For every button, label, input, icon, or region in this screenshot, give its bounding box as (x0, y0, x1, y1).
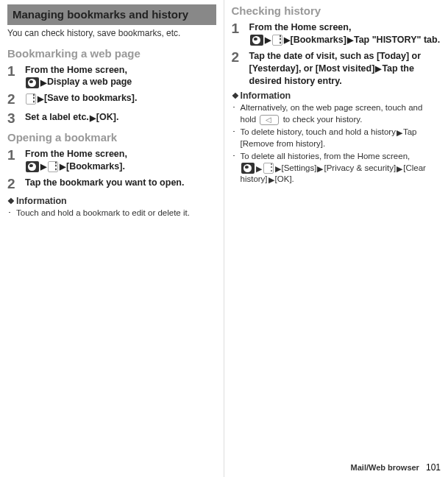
info-title: Information (16, 196, 67, 206)
bullet-text: Alternatively, on the web page screen, t… (241, 102, 441, 125)
info-heading: ❖Information (7, 196, 216, 206)
browser-icon (250, 35, 263, 46)
step-text: Tap the date of visit, such as [Today] o… (249, 50, 441, 88)
arrow-icon: ▶ (269, 174, 274, 186)
step-row: 1 From the Home screen, ▶▶[Bookmarks]. (7, 148, 216, 173)
step-fragment: [Bookmarks] (291, 35, 346, 45)
section-header: Managing bookmarks and history (7, 4, 216, 25)
subheading-checking: Checking history (232, 4, 441, 17)
step-text: From the Home screen, ▶▶[Bookmarks]. (25, 148, 216, 173)
arrow-icon: ▶ (397, 127, 402, 138)
page-footer: Mail/Web browser 101 (351, 462, 441, 473)
bullet-fragment: To delete all histories, from the Home s… (241, 152, 410, 160)
arrow-icon: ▶ (397, 163, 402, 174)
step-fragment: [Bookmarks]. (66, 161, 125, 172)
step-number: 1 (7, 64, 25, 89)
arrow-icon: ▶ (40, 77, 46, 88)
step-number: 1 (7, 148, 25, 173)
step-row: 2 Tap the date of visit, such as [Today]… (232, 50, 441, 88)
menu-icon (272, 35, 282, 46)
bullet-fragment: to check your history. (280, 115, 362, 124)
bullet-item: ･ Alternatively, on the web page screen,… (232, 102, 441, 125)
step-fragment: From the Home screen, (25, 149, 127, 159)
step-text: From the Home screen, ▶Display a web pag… (25, 64, 216, 89)
arrow-icon: ▶ (265, 35, 271, 46)
bullet-fragment: [OK]. (275, 174, 294, 183)
menu-icon (26, 93, 36, 105)
back-key-icon (260, 115, 279, 125)
step-fragment: From the Home screen, (25, 65, 127, 75)
arrow-icon: ▶ (375, 63, 381, 74)
info-title: Information (241, 91, 291, 101)
step-fragment: [OK]. (96, 112, 119, 122)
step-row: 3 Set a label etc.▶[OK]. (7, 111, 216, 127)
step-text: Set a label etc.▶[OK]. (25, 111, 216, 127)
step-fragment: [Save to bookmarks]. (44, 93, 137, 103)
browser-icon (241, 163, 255, 174)
bullet-dot: ･ (7, 208, 16, 219)
bullet-item: ･ Touch and hold a bookmark to edit or d… (7, 208, 216, 219)
bullet-dot: ･ (232, 151, 241, 186)
step-text: From the Home screen, ▶▶[Bookmarks]▶Tap … (249, 21, 441, 46)
arrow-icon: ▶ (40, 161, 46, 172)
bullet-item: ･ To delete history, touch and hold a hi… (232, 127, 441, 149)
step-row: 1 From the Home screen, ▶Display a web p… (7, 64, 216, 89)
page-number: 101 (426, 462, 441, 473)
step-fragment: Set a label etc. (25, 112, 89, 122)
browser-icon (26, 161, 39, 172)
step-fragment: From the Home screen, (249, 22, 352, 32)
arrow-icon: ▶ (317, 163, 323, 174)
bullet-fragment: [Settings] (282, 163, 317, 172)
chapter-name: Mail/Web browser (351, 463, 419, 472)
bullet-fragment: To delete history, touch and hold a hist… (241, 127, 396, 136)
step-number: 2 (232, 50, 249, 88)
menu-icon (263, 163, 274, 174)
diamond-icon: ❖ (7, 197, 15, 205)
menu-icon (48, 161, 58, 172)
bullet-text: Touch and hold a bookmark to edit or del… (16, 208, 216, 219)
info-heading: ❖Information (232, 91, 441, 101)
arrow-icon: ▶ (347, 35, 353, 46)
bullet-item: ･ To delete all histories, from the Home… (232, 151, 441, 186)
bullet-fragment: [Privacy & security] (324, 163, 396, 172)
diamond-icon: ❖ (232, 91, 239, 100)
step-row: 1 From the Home screen, ▶▶[Bookmarks]▶Ta… (232, 21, 441, 46)
step-row: 2 Tap the bookmark you want to open. (7, 177, 216, 192)
bullet-text: To delete history, touch and hold a hist… (241, 127, 441, 149)
browser-icon (26, 77, 39, 88)
bullet-text: To delete all histories, from the Home s… (241, 151, 441, 186)
step-fragment: Tap "HISTORY" tab. (354, 35, 440, 45)
intro-text: You can check history, save bookmarks, e… (7, 28, 216, 40)
step-row: 2 ▶[Save to bookmarks]. (7, 92, 216, 107)
step-number: 3 (7, 111, 25, 127)
step-text: ▶[Save to bookmarks]. (25, 92, 216, 107)
step-number: 1 (232, 21, 249, 46)
subheading-opening: Opening a bookmark (7, 131, 216, 144)
bullet-dot: ･ (232, 102, 241, 125)
bullet-dot: ･ (232, 127, 241, 149)
step-number: 2 (7, 177, 25, 192)
subheading-bookmarking: Bookmarking a web page (7, 47, 216, 60)
step-number: 2 (7, 92, 25, 107)
step-text: Tap the bookmark you want to open. (25, 177, 216, 192)
arrow-icon: ▶ (90, 113, 96, 124)
step-fragment: Display a web page (47, 77, 132, 87)
arrow-icon: ▶ (256, 163, 262, 174)
